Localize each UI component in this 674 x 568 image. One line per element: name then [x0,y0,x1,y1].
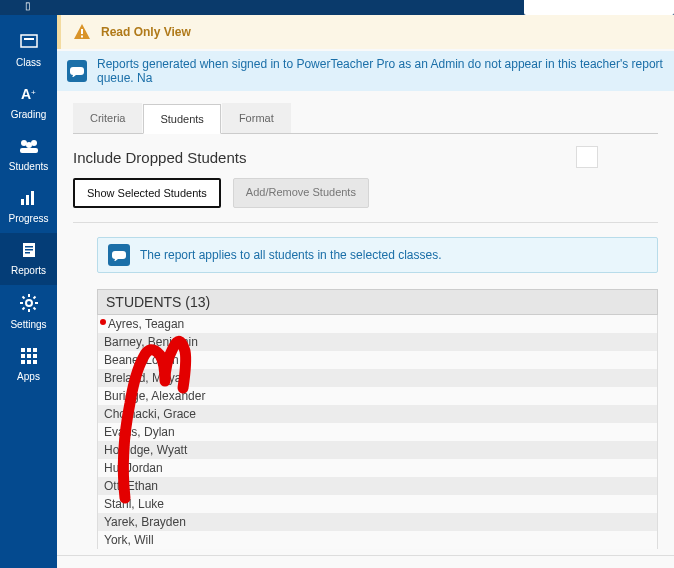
student-row[interactable]: Hu, Jordan [98,459,657,477]
readonly-text: Read Only View [101,25,191,39]
svg-rect-0 [21,35,37,47]
sidebar-label: Class [16,57,41,68]
svg-marker-39 [114,259,118,261]
student-row[interactable]: Buriege, Alexander [98,387,657,405]
student-row[interactable]: Ayres, Teagan [98,315,657,333]
sidebar-label: Settings [10,319,46,330]
students-header: STUDENTS (13) [97,289,658,315]
sidebar: Class A+ Grading Students Progress Repor… [0,15,57,568]
apps-icon [20,347,38,365]
student-row[interactable]: York, Will [98,531,657,549]
readonly-banner: Read Only View [57,15,674,49]
svg-rect-28 [27,354,31,358]
gear-icon [19,293,39,313]
student-row[interactable]: Evans, Dylan [98,423,657,441]
svg-rect-34 [81,29,83,34]
svg-text:A: A [21,86,31,102]
svg-point-6 [26,142,32,148]
sidebar-label: Progress [8,213,48,224]
svg-rect-29 [33,354,37,358]
svg-rect-7 [20,148,38,153]
svg-rect-31 [27,360,31,364]
topbar-menu-icon: ▯ [25,0,31,11]
sidebar-item-grading[interactable]: A+ Grading [0,77,57,129]
svg-rect-8 [21,199,24,205]
svg-rect-24 [21,348,25,352]
svg-rect-12 [25,246,33,248]
include-dropped-label: Include Dropped Students [73,149,246,166]
tab-students[interactable]: Students [143,104,220,134]
students-list: Ayres, TeaganBarney, BenjaminBeane, Loga… [97,315,658,549]
svg-line-23 [33,297,35,299]
sidebar-item-progress[interactable]: Progress [0,181,57,233]
svg-rect-36 [70,67,84,75]
svg-rect-14 [25,252,30,254]
tab-criteria[interactable]: Criteria [73,103,142,133]
student-row[interactable]: Barney, Benjamin [98,333,657,351]
svg-rect-27 [21,354,25,358]
svg-line-20 [22,297,24,299]
sidebar-label: Apps [17,371,40,382]
tab-label: Criteria [90,112,125,124]
progress-icon [19,189,39,207]
sidebar-label: Reports [11,265,46,276]
svg-rect-30 [21,360,25,364]
button-label: Show Selected Students [87,187,207,199]
tab-label: Students [160,113,203,125]
tabs: Criteria Students Format [73,103,658,134]
class-icon [19,33,39,51]
svg-marker-37 [72,75,76,77]
svg-rect-13 [25,249,33,251]
tab-format[interactable]: Format [222,103,291,133]
students-icon [18,137,40,155]
admin-info-text: Reports generated when signed in to Powe… [97,57,664,85]
sidebar-label: Grading [11,109,47,120]
button-label: Add/Remove Students [246,186,356,198]
svg-line-22 [22,308,24,310]
grading-icon: A+ [19,85,39,103]
svg-text:+: + [31,88,36,97]
top-bar: ▯ [0,0,674,15]
sidebar-item-settings[interactable]: Settings [0,285,57,339]
tab-label: Format [239,112,274,124]
sidebar-label: Students [9,161,48,172]
annotation-dot [100,319,106,325]
reports-icon [20,241,38,259]
student-row[interactable]: Ott, Ethan [98,477,657,495]
student-row[interactable]: Yarek, Brayden [98,513,657,531]
legend: Legend Icons * - Required Field [57,555,674,568]
info-chip-icon [108,244,130,266]
svg-rect-38 [112,251,126,259]
svg-rect-25 [27,348,31,352]
show-selected-button[interactable]: Show Selected Students [73,178,221,208]
admin-info-banner: Reports generated when signed in to Powe… [57,51,674,91]
sidebar-item-class[interactable]: Class [0,25,57,77]
svg-rect-26 [33,348,37,352]
applies-info-banner: The report applies to all students in th… [97,237,658,273]
svg-rect-35 [81,36,83,38]
add-remove-button[interactable]: Add/Remove Students [233,178,369,208]
warning-icon [73,23,91,41]
svg-rect-1 [24,38,34,40]
sidebar-item-students[interactable]: Students [0,129,57,181]
sidebar-item-reports[interactable]: Reports [0,233,57,285]
svg-rect-10 [31,191,34,205]
main-content: Read Only View Reports generated when si… [57,15,674,568]
search-input[interactable] [524,0,674,15]
sidebar-item-apps[interactable]: Apps [0,339,57,391]
svg-rect-32 [33,360,37,364]
student-row[interactable]: Chojnacki, Grace [98,405,657,423]
svg-rect-9 [26,195,29,205]
include-dropped-checkbox[interactable] [576,146,598,168]
info-chip-icon [67,60,87,82]
student-row[interactable]: Beane, Logan [98,351,657,369]
student-row[interactable]: Horridge, Wyatt [98,441,657,459]
svg-point-15 [26,300,32,306]
student-row[interactable]: Breland, Maya [98,369,657,387]
svg-line-21 [33,308,35,310]
student-row[interactable]: Stahl, Luke [98,495,657,513]
applies-info-text: The report applies to all students in th… [140,248,442,262]
